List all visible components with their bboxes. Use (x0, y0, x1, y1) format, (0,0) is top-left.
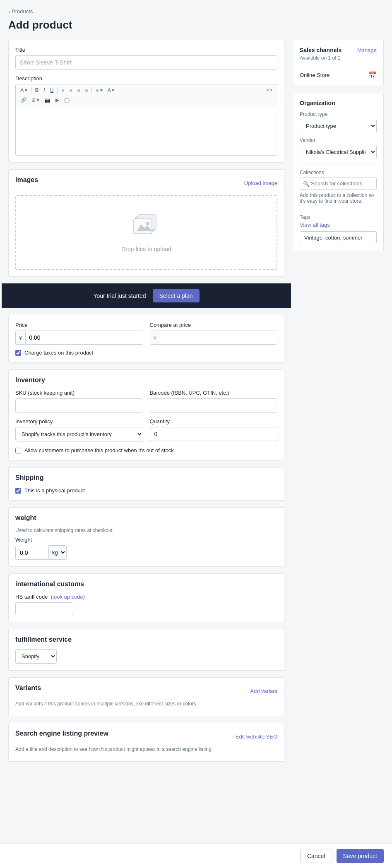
divider (300, 164, 377, 165)
text-color-button[interactable]: A ▾ (106, 86, 117, 94)
manage-link[interactable]: Manage (357, 47, 377, 53)
tags-label: Tags (300, 214, 377, 220)
breadcrumb-arrow: ‹ (8, 8, 10, 14)
editor-toolbar: A ▾ B I U ≡ ≡ ≡ ≡ ≡ ▾ A ▾ (15, 84, 277, 106)
divider (31, 87, 31, 94)
compare-prefix: ¥ (150, 331, 160, 344)
hs-lookup-link[interactable]: (look up code) (51, 594, 85, 600)
barcode-label: Barcode (ISBN, UPC, GTIN, etc.) (150, 390, 278, 396)
drop-zone-icon (24, 213, 268, 242)
inventory-title: Inventory (15, 376, 277, 384)
quantity-label: Quantity (150, 418, 278, 424)
divider (300, 209, 377, 209)
policy-label: Inventory policy (15, 418, 143, 424)
italic-button[interactable]: I (41, 86, 47, 94)
vendor-label: Vendor (300, 137, 377, 143)
table-button[interactable]: ⊞ ▾ (29, 96, 41, 104)
bold-button[interactable]: B (33, 86, 41, 94)
physical-product-checkbox[interactable] (15, 488, 21, 494)
align-left-button[interactable]: ≡ (59, 86, 66, 94)
price-prefix: ¥ (16, 331, 26, 344)
product-type-label: Product type (300, 111, 377, 117)
barcode-input[interactable] (150, 398, 278, 412)
seo-hint: Add a title and description to see how t… (15, 746, 277, 752)
price-label: Price (15, 322, 143, 328)
align-justify-button[interactable]: ≡ (83, 86, 90, 94)
weight-input[interactable] (15, 546, 48, 560)
images-section-title: Images (15, 176, 38, 184)
align-center-button[interactable]: ≡ (67, 86, 74, 94)
compare-price-label: Compare at price (150, 322, 278, 328)
collections-search[interactable] (300, 177, 377, 190)
search-icon: 🔍 (303, 180, 310, 187)
hs-input[interactable] (15, 602, 73, 615)
divider (300, 66, 377, 66)
physical-product-label: This is a physical product (24, 487, 85, 494)
placeholder-button[interactable]: ◯ (62, 96, 72, 104)
weight-label: Weight (15, 537, 277, 543)
collections-hint: Add this product to a collection so it's… (300, 192, 377, 204)
organization-card: Organization Product type Product type V… (293, 93, 384, 251)
sku-input[interactable] (15, 398, 143, 412)
quantity-input[interactable] (150, 427, 278, 441)
collections-label: Collections (300, 170, 377, 175)
image-button[interactable]: 📷 (42, 96, 53, 104)
policy-select[interactable]: Shopify tracks this product's inventory (15, 427, 143, 441)
weight-title: weight (15, 514, 277, 522)
tags-input[interactable] (300, 231, 377, 244)
editor-area[interactable] (15, 106, 277, 156)
sku-label: SKU (stock keeping unit) (15, 390, 143, 396)
weight-unit-select[interactable]: kg lb oz g (48, 545, 67, 560)
out-of-stock-checkbox[interactable] (15, 448, 21, 453)
online-store-label: Online Store (300, 72, 329, 78)
sales-channels-title: Sales channels (300, 47, 341, 53)
upload-image-link[interactable]: Upload image (244, 180, 277, 186)
svg-point-3 (146, 222, 149, 225)
tax-checkbox[interactable] (15, 350, 21, 356)
align-right-button[interactable]: ≡ (75, 86, 82, 94)
vendor-select[interactable]: Nikola's Electrical Supplies (300, 145, 377, 159)
hs-label: HS tariff code (look up code) (15, 594, 277, 600)
font-button[interactable]: A ▾ (18, 86, 29, 94)
drop-zone-text: Drop files to upload (24, 246, 268, 252)
price-input[interactable] (26, 331, 142, 344)
variants-title: Variants (15, 684, 41, 692)
trial-text: Your trial just started (93, 293, 146, 299)
divider (57, 87, 58, 94)
product-type-select[interactable]: Product type (300, 119, 377, 133)
edit-seo-link[interactable]: Edit website SEO (236, 734, 277, 740)
seo-title: Search engine listing preview (15, 730, 108, 737)
page-title: Add product (8, 19, 384, 31)
underline-button[interactable]: U (48, 86, 56, 94)
breadcrumb[interactable]: ‹ Products (8, 8, 384, 14)
title-label: Title (15, 47, 277, 53)
view-all-tags-link[interactable]: View all tags (300, 222, 377, 228)
weight-hint: Used to calculate shipping rates at chec… (15, 528, 277, 533)
indent-button[interactable]: ≡ ▾ (94, 86, 104, 94)
add-variant-link[interactable]: Add variant (250, 688, 277, 694)
divider (91, 87, 92, 94)
out-of-stock-label: Allow customers to purchase this product… (24, 447, 174, 453)
fulfillment-select[interactable]: Shopify (15, 649, 57, 664)
calendar-icon: 📅 (368, 71, 377, 79)
video-button[interactable]: ▶ (53, 96, 61, 104)
organization-title: Organization (300, 100, 377, 106)
source-button[interactable]: <> (265, 86, 274, 94)
sales-channels-card: Sales channels Manage Available on 1 of … (293, 40, 384, 86)
tax-label: Charge taxes on this product (24, 350, 93, 356)
sales-channels-available: Available on 1 of 1 (300, 55, 377, 61)
compare-price-input[interactable] (160, 331, 277, 344)
shipping-title: Shipping (15, 474, 277, 482)
customs-title: international customs (15, 580, 277, 588)
link-button[interactable]: 🔗 (18, 96, 29, 104)
fulfillment-title: fulfillment service (15, 636, 277, 643)
description-label: Description (15, 75, 277, 82)
breadcrumb-label: Products (12, 8, 33, 14)
select-plan-button[interactable]: Select a plan (153, 289, 200, 302)
title-input[interactable] (15, 55, 277, 70)
trial-bar: Your trial just started Select a plan (2, 283, 291, 308)
drop-zone[interactable]: Drop files to upload (15, 195, 277, 270)
variants-hint: Add variants if this product comes in mu… (15, 701, 277, 707)
